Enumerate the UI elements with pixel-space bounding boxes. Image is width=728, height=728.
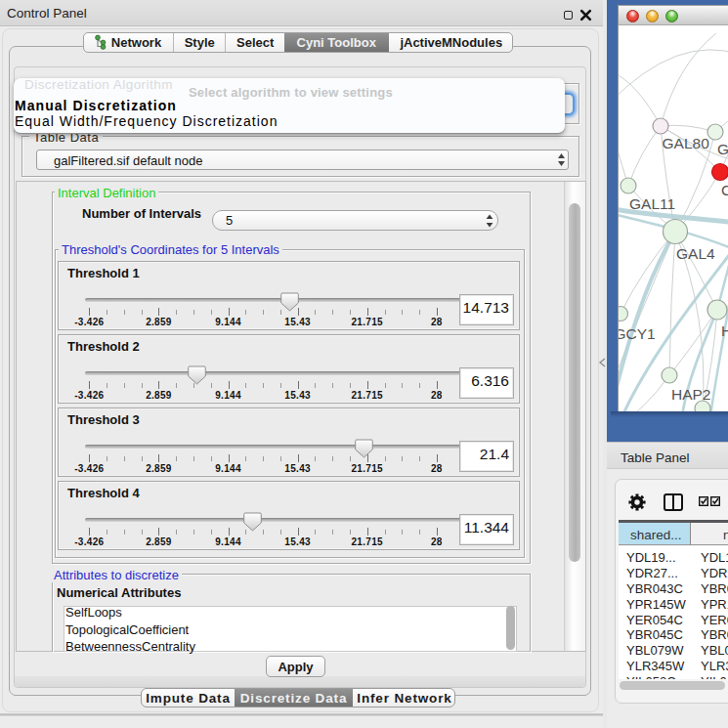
svg-text:GCY1: GCY1 bbox=[619, 325, 656, 342]
svg-text:C: C bbox=[721, 182, 728, 198]
svg-text:GA: GA bbox=[717, 141, 728, 157]
svg-text:GAL11: GAL11 bbox=[629, 195, 675, 212]
svg-text:HAP2: HAP2 bbox=[671, 386, 711, 403]
svg-text:GAL4: GAL4 bbox=[676, 245, 715, 262]
svg-text:GAL80: GAL80 bbox=[663, 135, 710, 151]
svg-text:H: H bbox=[721, 322, 728, 339]
